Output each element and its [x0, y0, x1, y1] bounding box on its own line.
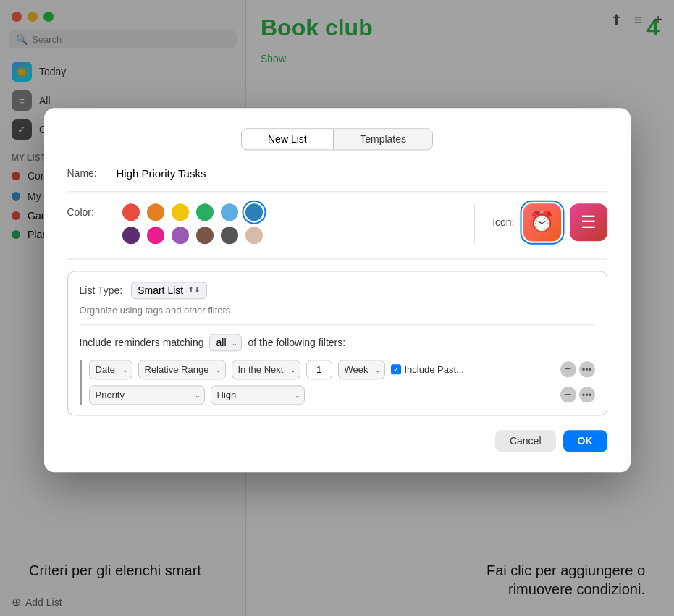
color-purple-dark[interactable]	[122, 227, 140, 244]
filter-row-2: Priority High − •••	[89, 385, 595, 405]
matching-prefix: Include reminders matching	[80, 337, 204, 348]
color-icon-row: Color: Icon:	[67, 203, 607, 244]
filter1-remove-button[interactable]: −	[560, 361, 576, 377]
color-red[interactable]	[122, 203, 140, 221]
chevron-icon: ⬆⬇	[188, 285, 201, 295]
dialog: New List Templates Name: High Priority T…	[44, 108, 631, 472]
color-green[interactable]	[196, 203, 214, 221]
filter1-include-label: Include Past...	[405, 364, 464, 375]
matching-suffix: of the following filters:	[248, 337, 345, 348]
list-type-row: List Type: Smart List ⬆⬇	[80, 282, 595, 299]
icon-section: Icon: ⏰ ☰	[492, 203, 607, 241]
filter1-range-select[interactable]: In the Next	[232, 360, 300, 379]
clock-glyph: ⏰	[529, 210, 555, 234]
filter2-field-select[interactable]: Priority	[89, 385, 205, 405]
list-type-value: Smart List	[138, 284, 183, 296]
icon-clock[interactable]: ⏰	[523, 203, 561, 241]
filter2-condition-wrapper[interactable]: High	[211, 385, 305, 405]
name-divider	[67, 191, 607, 192]
filter-row-1: Date Relative Range In the Next 1 We	[89, 360, 595, 379]
color-row-1	[122, 203, 263, 221]
color-icon-divider	[474, 203, 475, 244]
matching-row: Include reminders matching all of the fo…	[80, 334, 595, 351]
filter2-more-button[interactable]: •••	[579, 387, 595, 402]
cancel-button[interactable]: Cancel	[495, 430, 556, 452]
matching-select[interactable]: all	[209, 334, 242, 351]
list-type-label: List Type:	[80, 284, 123, 296]
list-glyph: ☰	[581, 212, 597, 232]
color-orange[interactable]	[147, 203, 164, 221]
list-type-hint: Organize using tags and other filters.	[80, 305, 595, 316]
dialog-footer: Cancel OK	[67, 430, 607, 452]
color-divider	[67, 258, 607, 259]
filter2-remove-button[interactable]: −	[560, 387, 576, 402]
tab-templates[interactable]: Templates	[334, 129, 432, 149]
dialog-tabs: New List Templates	[67, 128, 607, 150]
name-label: Name:	[67, 167, 108, 179]
list-type-section: List Type: Smart List ⬆⬇ Organize using …	[67, 271, 607, 415]
filter2-field-wrapper[interactable]: Priority	[89, 385, 205, 405]
annotation-left: Criteri per gli elenchi smart	[29, 561, 201, 599]
color-section: Color:	[67, 203, 458, 244]
filter1-unit-wrapper[interactable]: Week	[338, 360, 385, 379]
annotation-bar: Criteri per gli elenchi smart Fai clic p…	[0, 549, 674, 616]
color-section-inner: Color:	[67, 203, 458, 221]
color-blue[interactable]	[245, 203, 263, 221]
icon-label: Icon:	[492, 216, 514, 228]
color-beige[interactable]	[245, 227, 263, 244]
filter1-include-past[interactable]: ✓ Include Past...	[391, 364, 464, 375]
color-gray-dark[interactable]	[221, 227, 238, 244]
filter-area: Date Relative Range In the Next 1 We	[80, 360, 595, 405]
color-pink[interactable]	[147, 227, 164, 244]
filter1-actions: − •••	[560, 361, 595, 377]
filter1-unit-select[interactable]: Week	[338, 360, 385, 379]
filter1-field-wrapper[interactable]: Date	[89, 360, 132, 379]
filter2-actions: − •••	[560, 387, 595, 402]
color-brown[interactable]	[196, 227, 214, 244]
filter1-condition-wrapper[interactable]: Relative Range	[138, 360, 226, 379]
name-value[interactable]: High Priority Tasks	[117, 167, 607, 180]
color-light-blue[interactable]	[221, 203, 238, 221]
checkbox-checked-icon: ✓	[391, 364, 401, 374]
icon-list[interactable]: ☰	[570, 203, 607, 241]
filter1-range-wrapper[interactable]: In the Next	[232, 360, 300, 379]
color-label: Color:	[67, 206, 108, 218]
color-purple[interactable]	[172, 227, 189, 244]
color-row-2	[122, 227, 458, 244]
color-yellow[interactable]	[172, 203, 189, 221]
name-row: Name: High Priority Tasks	[67, 167, 607, 180]
annotation-right: Fai clic per aggiungere o rimuovere cond…	[471, 561, 645, 599]
filter1-number-input[interactable]: 1	[306, 360, 332, 379]
filter2-condition-select[interactable]: High	[211, 385, 305, 405]
list-type-inner-divider	[80, 324, 595, 325]
matching-option-wrapper[interactable]: all	[209, 334, 242, 351]
tab-group: New List Templates	[241, 128, 433, 150]
tab-new-list[interactable]: New List	[242, 129, 333, 149]
filter1-condition-select[interactable]: Relative Range	[138, 360, 226, 379]
filter1-more-button[interactable]: •••	[579, 361, 595, 377]
ok-button[interactable]: OK	[563, 430, 607, 452]
filter1-field-select[interactable]: Date	[89, 360, 132, 379]
list-type-select[interactable]: Smart List ⬆⬇	[131, 282, 207, 299]
